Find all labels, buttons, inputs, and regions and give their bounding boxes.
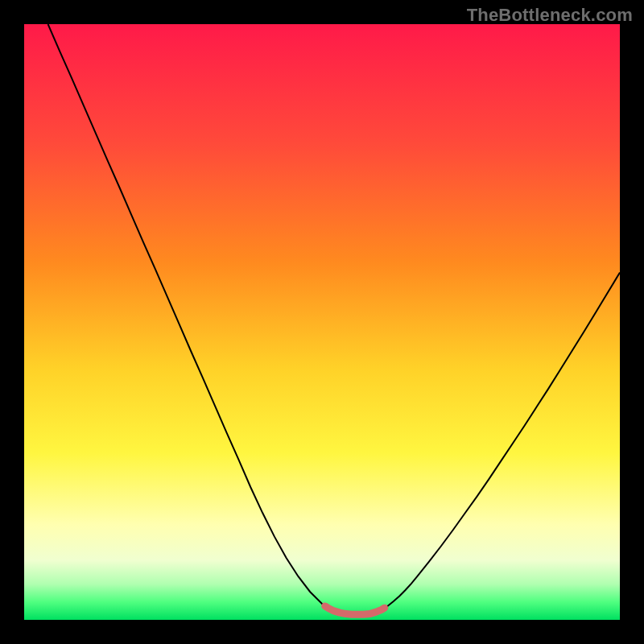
plot-area bbox=[24, 24, 620, 620]
chart-svg bbox=[24, 24, 620, 620]
chart-stage: TheBottleneck.com bbox=[0, 0, 644, 644]
watermark-text: TheBottleneck.com bbox=[467, 5, 633, 26]
gradient-background bbox=[24, 24, 620, 620]
